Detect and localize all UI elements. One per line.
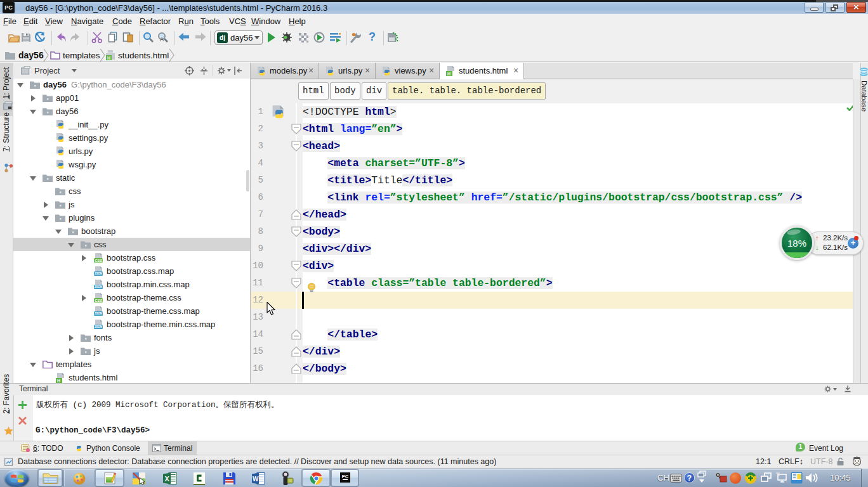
svg-text:JSON: JSON — [95, 272, 102, 275]
svg-text:JSON: JSON — [95, 312, 102, 315]
svg-text:H: H — [447, 72, 450, 76]
svg-text:JSON: JSON — [95, 325, 102, 328]
svg-text:A: A — [160, 36, 164, 42]
svg-text:JSON: JSON — [95, 285, 102, 289]
svg-text:H: H — [107, 56, 110, 60]
svg-text:H: H — [57, 379, 60, 383]
svg-text:CSS: CSS — [95, 259, 102, 263]
svg-text:W: W — [253, 476, 259, 483]
svg-text:CSS: CSS — [95, 299, 102, 302]
svg-text:X: X — [165, 475, 170, 483]
